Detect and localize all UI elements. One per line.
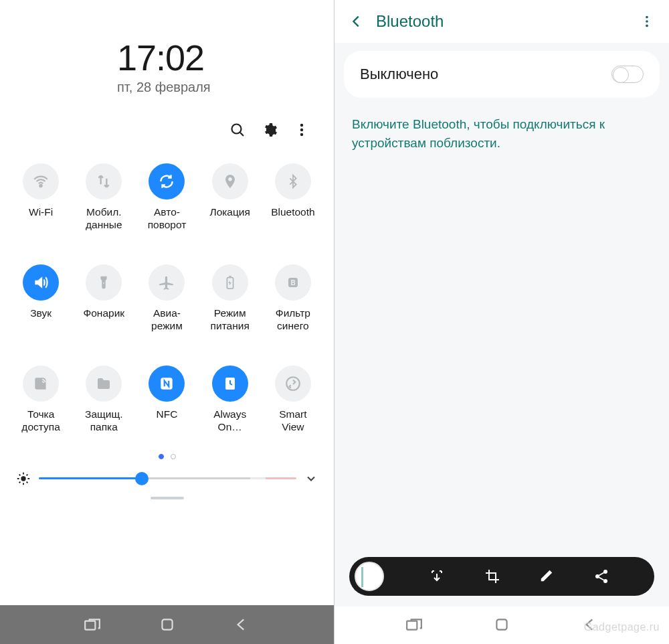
back-icon[interactable] [349,14,364,29]
qs-tile-label: Режим питания [211,307,250,332]
screenshot-thumbnail[interactable] [355,562,384,591]
qs-tile-label: Фильтр синего [276,307,310,332]
qs-tile-label: Мобил. данные [86,206,122,231]
rotate-icon[interactable] [149,163,185,199]
home-button[interactable] [493,616,510,633]
bluetooth-state-label: Выключено [360,66,438,83]
qs-tile-label: Always On… [213,408,246,433]
svg-point-3 [300,133,303,136]
page-title: Bluetooth [376,12,628,31]
qs-tile-mobiledata[interactable]: Мобил. данные [74,163,134,231]
bluetooth-settings-screen: Bluetooth Выключено Включите Bluetooth, … [334,0,669,644]
svg-point-15 [646,20,648,23]
pager-dot[interactable] [159,454,164,459]
svg-point-17 [603,570,607,574]
qs-tiles-grid: Wi-FiМобил. данныеАвто- поворотЛокацияBl… [0,138,334,434]
aod-icon[interactable] [212,366,248,402]
qs-tile-smartview[interactable]: Smart View [263,366,323,433]
data-icon[interactable] [86,163,122,199]
qs-tile-aod[interactable]: Always On… [200,366,260,433]
qs-tile-nfc[interactable]: NFC [136,366,197,433]
qs-tile-sound[interactable]: Звук [11,264,71,332]
more-icon[interactable] [640,14,654,29]
share-icon[interactable] [593,568,609,584]
chevron-down-icon[interactable] [304,472,318,485]
svg-point-4 [39,185,41,187]
qs-tile-wifi[interactable]: Wi-Fi [11,163,71,231]
bluetooth-body: Выключено Включите Bluetooth, чтобы подк… [334,43,669,607]
qs-tile-location[interactable]: Локация [200,163,260,231]
clock-time: 17:02 [117,37,314,78]
navigation-bar [0,605,334,644]
flashlight-icon[interactable] [86,264,122,301]
qs-tile-label: Звук [30,307,52,320]
search-icon[interactable] [229,122,246,138]
qs-tile-label: Фонарик [83,307,124,320]
qs-tile-airplane[interactable]: Авиа- режим [136,264,197,332]
slider-thumb[interactable] [135,472,149,485]
airplane-icon[interactable] [149,264,185,301]
watermark: Gadgetpage.ru [584,621,660,633]
qs-tile-bluetooth[interactable]: Bluetooth [263,163,323,231]
qs-tile-label: Локация [209,206,250,219]
crop-icon[interactable] [484,568,500,584]
svg-rect-13 [162,619,172,629]
svg-rect-21 [496,619,506,629]
brightness-icon [16,471,31,486]
bluetooth-hint: Включите Bluetooth, чтобы подключиться к… [344,98,660,169]
qs-tile-autorotate[interactable]: Авто- поворот [136,163,197,231]
scroll-capture-icon[interactable] [429,568,445,584]
svg-text:B: B [290,279,295,287]
qs-tile-hotspot[interactable]: Точка доступа [11,366,71,433]
recents-button[interactable] [84,616,101,633]
svg-point-19 [603,579,607,583]
qs-tile-label: Wi-Fi [29,206,53,219]
appbar: Bluetooth [334,0,669,43]
qs-action-bar [0,95,334,138]
svg-point-16 [646,25,648,27]
qs-tile-secfolder[interactable]: Защищ. папка [74,366,134,433]
bluefilter-icon[interactable]: B [275,264,311,301]
panel-handle[interactable] [151,497,184,499]
qs-tile-label: Защищ. папка [85,408,122,433]
qs-tile-bluefilter[interactable]: BФильтр синего [263,264,323,332]
sound-icon[interactable] [23,264,59,301]
svg-point-1 [300,124,303,127]
nfc-icon[interactable] [149,366,185,402]
clock-date: пт, 28 февраля [117,80,314,95]
hotspot-icon[interactable] [23,366,59,402]
screenshot-toolbar [349,557,654,596]
brightness-slider[interactable] [39,477,296,479]
folder-icon[interactable] [86,366,122,402]
svg-point-18 [595,574,599,578]
bluetooth-toggle-card[interactable]: Выключено [344,51,660,98]
qs-tile-label: Точка доступа [21,408,60,433]
wifi-icon[interactable] [23,163,59,199]
qs-tile-battery[interactable]: Режим питания [200,264,260,332]
svg-rect-12 [85,621,95,630]
location-icon[interactable] [212,163,248,199]
qs-tile-label: NFC [157,408,178,421]
bluetooth-switch[interactable] [611,66,644,83]
pager-dot[interactable] [171,454,176,459]
page-indicator [0,454,334,459]
svg-rect-20 [407,621,417,630]
back-button[interactable] [233,616,250,633]
qs-tile-label: Авиа- режим [151,307,183,332]
recents-button[interactable] [405,616,423,633]
qs-tile-label: Авто- поворот [148,206,187,231]
qs-tile-flashlight[interactable]: Фонарик [74,264,134,332]
brightness-slider-row [0,459,334,486]
qs-tile-label: Smart View [279,408,306,433]
svg-point-14 [646,16,648,19]
battery-icon[interactable] [212,264,248,301]
home-button[interactable] [159,616,176,633]
svg-point-11 [21,476,25,481]
svg-point-2 [300,129,303,131]
edit-icon[interactable] [539,568,554,584]
qs-tile-label: Bluetooth [271,206,315,219]
gear-icon[interactable] [262,122,278,138]
smartview-icon[interactable] [275,366,311,402]
bluetooth-icon[interactable] [275,163,311,199]
more-icon[interactable] [294,122,310,138]
